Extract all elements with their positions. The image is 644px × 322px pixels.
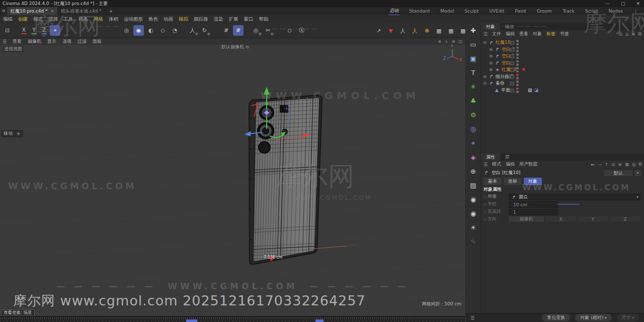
tree-row-null[interactable]: ⊞ ↱ 空白 xyxy=(481,60,644,67)
editor-visibility-toggle[interactable] xyxy=(510,68,514,72)
camera-alt-icon[interactable]: ◉ xyxy=(467,208,479,219)
light-icon[interactable]: ☀ xyxy=(467,222,479,233)
viewport-3d[interactable]: Y X Z ☰ 查看 摄像机 显示 选项 过滤 面板 ⊕ ↓ ⊞ ◫ 透视视图 … xyxy=(0,38,465,316)
orient-x-button[interactable]: X xyxy=(545,216,576,222)
om-menu-view[interactable]: 查看 xyxy=(519,31,528,37)
menu-character[interactable]: 角色 xyxy=(148,16,158,23)
doc-tab-inactive[interactable]: 镜头或者水滴.c4d * xyxy=(57,7,105,15)
vp-menu-view[interactable]: 查看 xyxy=(13,38,22,45)
tab-attributes[interactable]: 属性 xyxy=(481,153,500,160)
camera-label[interactable]: 默认摄像机 ⧉ xyxy=(221,44,249,50)
expand-toggle[interactable]: ⊞ xyxy=(489,54,493,58)
editor-visibility-toggle[interactable] xyxy=(510,54,514,58)
tree-row-backup[interactable]: ⊟ ↱ 备份 xyxy=(481,80,644,87)
object-name[interactable]: 红魔10 xyxy=(496,39,510,46)
filter-icon[interactable]: ≡ xyxy=(631,32,635,37)
lock-y-axis-button[interactable]: Y xyxy=(30,26,38,35)
expand-toggle[interactable]: ⊞ xyxy=(489,67,493,72)
editor-visibility-toggle[interactable] xyxy=(510,41,514,45)
viewport-menu-icon[interactable]: ☰ xyxy=(3,39,7,44)
vp-corner-icon-2[interactable]: ↓ xyxy=(445,39,448,44)
spline-axis-icon[interactable]: ⌖ xyxy=(467,137,479,149)
visibility-dot[interactable] xyxy=(516,47,519,49)
auto-mode-icon[interactable]: Ⓐ xyxy=(296,25,307,36)
timeline-marker[interactable] xyxy=(186,319,197,322)
orient-y-button[interactable]: Y xyxy=(578,216,608,222)
vp-corner-icon-3[interactable]: ⊞ xyxy=(452,39,455,44)
menu-spline[interactable]: 样条 xyxy=(78,16,88,23)
workplane-button[interactable]: # xyxy=(221,25,231,36)
vp-menu-options[interactable]: 选项 xyxy=(62,38,71,45)
om-menu-file[interactable]: 文件 xyxy=(492,31,501,37)
menu-create[interactable]: 创建 xyxy=(18,16,28,23)
lock-icon[interactable]: ⊠ xyxy=(625,162,629,167)
render-view-button[interactable]: ▦ xyxy=(434,26,444,36)
snap-toggle-button[interactable]: # xyxy=(233,25,244,36)
tab-layers[interactable]: 层 xyxy=(500,153,515,160)
layout-tab-track[interactable]: Track xyxy=(561,8,576,14)
object-name[interactable]: 红魔10 xyxy=(502,66,516,73)
visibility-dot[interactable] xyxy=(516,80,519,83)
visibility-dot[interactable] xyxy=(516,77,519,79)
visibility-dot-red[interactable] xyxy=(516,88,519,90)
vp-corner-icon-4[interactable]: ◫ xyxy=(458,39,462,44)
radius-input[interactable]: 10 cm xyxy=(509,201,558,208)
target-icon[interactable]: ◎ xyxy=(632,162,636,167)
orient-z-button[interactable]: Z xyxy=(610,216,640,222)
menu-edit[interactable]: 编辑 xyxy=(3,16,13,23)
popout-icon[interactable]: ⧉ xyxy=(638,31,641,37)
layout-tab-uvedit[interactable]: UVEdit xyxy=(488,8,505,14)
visibility-dot[interactable] xyxy=(516,50,519,52)
coord-mode-dropdown[interactable]: 对象 (相对) ▾ xyxy=(575,314,611,321)
visibility-dot-red[interactable] xyxy=(516,74,519,76)
camera-link-icon[interactable]: ⧉ xyxy=(246,45,249,50)
layout-tab-sculpt[interactable]: Sculpt xyxy=(463,8,479,14)
coord-menu-icon[interactable]: ☰ xyxy=(470,315,474,320)
stop-tag-icon[interactable]: ✖ xyxy=(522,67,526,72)
tab-objects[interactable]: 对象 xyxy=(481,23,500,30)
visibility-dot[interactable] xyxy=(516,91,519,93)
move-axis-icon[interactable]: ✚ xyxy=(467,25,479,36)
attr-menu-mode[interactable]: 模式 xyxy=(492,161,501,168)
layout-tab-model[interactable]: Model xyxy=(439,8,455,14)
expand-toggle[interactable]: ⊞ xyxy=(482,74,487,79)
expand-toggle[interactable]: ⊟ xyxy=(482,40,487,45)
tree-row-null1[interactable]: ⊞ ↱ 空白 1 xyxy=(481,53,644,60)
tree-row-subdivision[interactable]: ⊞ ↱ 细分曲面 xyxy=(481,73,644,80)
object-name[interactable]: 平面 xyxy=(501,87,510,94)
tab-object[interactable]: 对象 xyxy=(524,178,542,185)
editor-visibility-toggle[interactable] xyxy=(510,89,514,93)
pivot-mode-button[interactable]: ↻⚙ xyxy=(199,25,210,36)
tree-row-hongmo10[interactable]: ⊟ ↱ 红魔10 xyxy=(481,39,644,46)
menu-animate[interactable]: 动画 xyxy=(164,16,173,23)
primitive-cube-icon[interactable]: ▣ xyxy=(467,53,479,64)
simulation-gear-icon[interactable]: ⚙ xyxy=(467,109,479,121)
paint-setup-icon[interactable]: ▼ xyxy=(385,26,396,36)
om-menu-bookmarks[interactable]: 书签 xyxy=(560,31,569,37)
layout-tab-nodes[interactable]: Nodes xyxy=(608,8,624,14)
viewport-filter-a-icon[interactable]: ◇ xyxy=(157,25,168,36)
timeline-ruler[interactable] xyxy=(0,316,465,322)
vp-menu-panel[interactable]: 面板 xyxy=(93,38,102,45)
tree-row-null2[interactable]: ⊞ ↱ 空白 2 xyxy=(481,46,644,53)
menu-select[interactable]: 选择 xyxy=(48,16,58,23)
om-menu-edit[interactable]: 编辑 xyxy=(506,31,515,37)
model-mode-button[interactable]: 人⚙ xyxy=(187,25,198,36)
menu-window[interactable]: 窗口 xyxy=(244,16,254,23)
visibility-dot[interactable] xyxy=(516,63,519,66)
character-tool-icon[interactable]: 人 xyxy=(397,26,408,36)
layout-tab-script[interactable]: Script xyxy=(584,8,599,14)
menu-volume[interactable]: 体积 xyxy=(109,16,118,23)
knife-settings-button[interactable]: ✂⚙ xyxy=(263,25,273,36)
minimize-button[interactable]: — xyxy=(605,1,610,6)
preset-dropdown[interactable]: 默认 xyxy=(603,170,633,177)
attr-menu-edit[interactable]: 编辑 xyxy=(506,161,515,168)
menu-help[interactable]: 帮助 xyxy=(259,16,269,23)
visibility-dot[interactable] xyxy=(516,67,519,69)
layout-tab-standard[interactable]: Standard xyxy=(408,8,431,14)
om-menu-icon[interactable]: ☰ xyxy=(484,32,488,37)
home-icon[interactable]: ⌂ xyxy=(625,32,628,37)
layout-more-icon[interactable]: ⋮ xyxy=(632,8,639,14)
layout-tab-startup[interactable]: 启动 xyxy=(388,7,399,16)
tab-takes[interactable]: 场次 xyxy=(500,23,519,30)
